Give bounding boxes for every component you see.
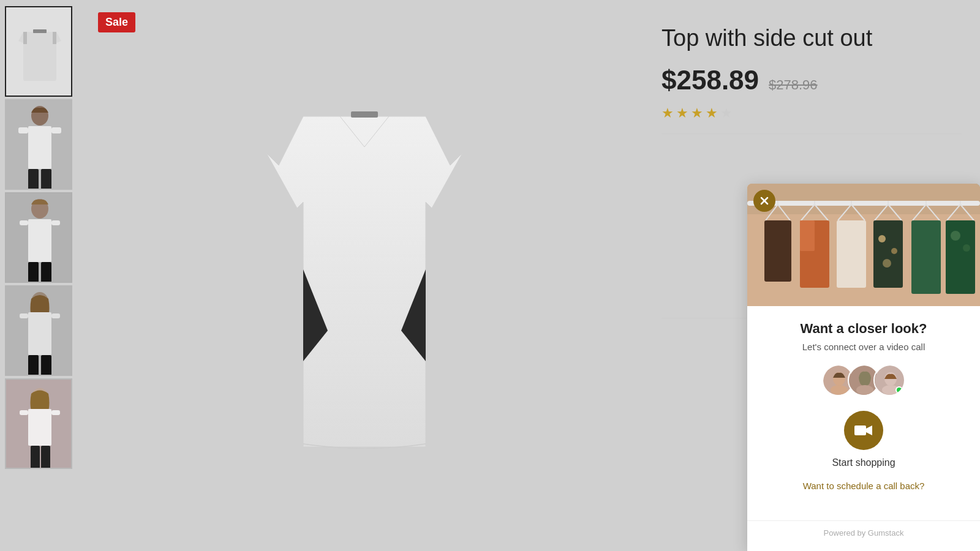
svg-rect-45 (911, 220, 941, 294)
start-shopping-label: Start shopping (832, 457, 895, 468)
svg-rect-4 (33, 29, 47, 33)
svg-rect-25 (41, 355, 51, 376)
svg-point-56 (856, 385, 873, 395)
main-image-area: Sale (86, 0, 643, 551)
popup-title: Want a closer look? (800, 321, 927, 337)
svg-rect-30 (51, 410, 60, 415)
svg-rect-17 (28, 262, 39, 283)
svg-rect-14 (28, 219, 51, 262)
svg-point-53 (831, 385, 848, 395)
svg-rect-41 (873, 220, 903, 288)
svg-point-47 (951, 231, 960, 241)
video-camera-icon (854, 424, 873, 437)
agent-avatar-3 (873, 364, 905, 396)
svg-rect-23 (51, 313, 60, 318)
svg-point-48 (963, 244, 970, 252)
star-4: ★ (706, 105, 718, 121)
svg-rect-40 (837, 220, 866, 288)
svg-rect-60 (854, 425, 866, 435)
powered-by-label: Powered by Gumstack (755, 528, 973, 544)
close-popup-button[interactable] (753, 190, 775, 212)
svg-rect-33 (351, 111, 378, 118)
svg-rect-37 (764, 220, 791, 282)
sale-badge: Sale (98, 12, 135, 32)
video-call-popup: Want a closer look? Let's connect over a… (747, 184, 980, 551)
svg-point-43 (891, 248, 897, 254)
svg-rect-22 (20, 313, 28, 318)
svg-rect-9 (51, 127, 61, 133)
svg-rect-29 (20, 410, 28, 415)
clothes-rack-image (747, 184, 980, 306)
rating-row: ★ ★ ★ ★ ★ (662, 105, 962, 121)
online-indicator (895, 386, 903, 394)
svg-rect-32 (41, 446, 50, 469)
svg-rect-21 (28, 312, 51, 355)
popup-image-section (747, 184, 980, 306)
agent-avatar-row (822, 364, 905, 396)
star-1: ★ (662, 105, 674, 121)
price-row: $258.89 $278.96 (662, 65, 962, 96)
thumbnail-5[interactable] (5, 378, 72, 469)
svg-rect-8 (18, 127, 28, 133)
star-3: ★ (691, 105, 703, 121)
popup-subtitle: Let's connect over a video call (802, 342, 925, 352)
svg-rect-28 (28, 409, 51, 446)
svg-rect-2 (23, 32, 27, 44)
product-title: Top with side cut out (662, 24, 962, 53)
svg-rect-1 (23, 32, 56, 81)
video-call-button[interactable] (844, 411, 883, 450)
thumbnail-3[interactable] (5, 192, 72, 283)
schedule-call-link[interactable]: Want to schedule a call back? (803, 481, 925, 491)
svg-rect-39 (800, 220, 815, 251)
star-2: ★ (676, 105, 688, 121)
svg-rect-46 (946, 220, 975, 294)
product-image-container (242, 37, 487, 514)
product-page: Sale (0, 0, 980, 551)
svg-rect-11 (41, 169, 51, 190)
thumbnail-sidebar (0, 0, 86, 551)
svg-point-42 (878, 235, 886, 242)
svg-rect-18 (41, 262, 51, 283)
thumbnail-2[interactable] (5, 99, 72, 190)
svg-point-44 (883, 259, 891, 268)
svg-rect-10 (28, 169, 39, 190)
svg-rect-16 (51, 220, 60, 225)
popup-footer: Powered by Gumstack (747, 520, 980, 551)
thumbnail-4[interactable] (5, 285, 72, 376)
svg-rect-24 (28, 355, 39, 376)
svg-rect-36 (747, 201, 980, 206)
svg-rect-31 (31, 446, 40, 469)
svg-rect-7 (28, 126, 51, 169)
product-main-image (260, 67, 469, 484)
thumbnail-1[interactable] (5, 6, 72, 97)
close-icon (759, 195, 770, 206)
divider-top (662, 133, 962, 134)
price-original: $278.96 (769, 77, 818, 93)
svg-rect-15 (20, 220, 28, 225)
price-current: $258.89 (662, 65, 759, 96)
svg-rect-3 (53, 32, 56, 44)
popup-content: Want a closer look? Let's connect over a… (747, 306, 980, 520)
star-5: ★ (720, 105, 733, 121)
